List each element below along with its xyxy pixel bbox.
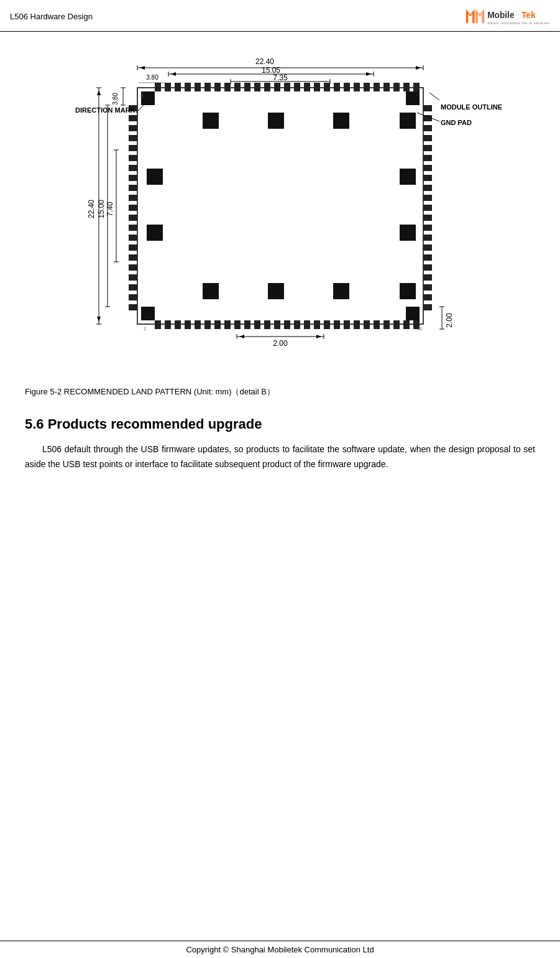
bottom-pads <box>155 320 420 329</box>
svg-rect-56 <box>383 320 390 329</box>
svg-text:22.40: 22.40 <box>255 57 273 66</box>
logo-area: Mobile Tek smart solutions for a smarter… <box>463 5 550 27</box>
svg-text:MODULE OUTLINE: MODULE OUTLINE <box>441 103 502 111</box>
svg-rect-104 <box>141 307 155 320</box>
svg-rect-108 <box>333 113 349 129</box>
svg-rect-72 <box>129 225 137 231</box>
svg-marker-144 <box>97 90 101 95</box>
svg-rect-61 <box>129 115 137 121</box>
svg-rect-70 <box>129 205 137 211</box>
svg-rect-32 <box>413 83 420 91</box>
svg-rect-87 <box>423 165 432 171</box>
svg-marker-145 <box>97 317 101 322</box>
svg-rect-65 <box>129 155 137 161</box>
svg-text:22.40: 22.40 <box>87 200 96 218</box>
land-pattern-diagram: DIRECTION MARK MODULE OUTLINE GND PAD 22… <box>44 50 516 374</box>
svg-rect-35 <box>175 320 181 329</box>
section-heading: 5.6 Products recommended upgrade <box>25 416 535 432</box>
svg-rect-18 <box>274 83 280 91</box>
svg-rect-97 <box>423 264 432 271</box>
svg-rect-27 <box>364 83 370 91</box>
svg-rect-28 <box>374 83 380 91</box>
figure-caption: Figure 5-2 RECOMMENDED LAND PATTERN (Uni… <box>25 386 535 398</box>
svg-marker-1 <box>475 9 484 23</box>
svg-rect-93 <box>423 225 432 231</box>
svg-text:2.00: 2.00 <box>445 313 454 328</box>
svg-rect-43 <box>254 320 260 329</box>
svg-rect-88 <box>423 175 432 181</box>
svg-rect-41 <box>234 320 241 329</box>
svg-rect-74 <box>129 244 137 251</box>
svg-rect-114 <box>203 283 219 299</box>
svg-text:1: 1 <box>144 327 146 331</box>
svg-rect-16 <box>254 83 260 91</box>
document-title: L506 Hardware Design <box>10 12 93 21</box>
svg-text:15.00: 15.00 <box>97 200 106 218</box>
svg-rect-68 <box>129 185 137 191</box>
top-pads <box>155 83 420 91</box>
svg-rect-85 <box>423 145 432 151</box>
page-header: L506 Hardware Design Mobile Tek smart so… <box>0 0 560 32</box>
svg-rect-86 <box>423 155 432 161</box>
svg-rect-10 <box>195 83 201 91</box>
svg-text:Tek: Tek <box>521 11 536 20</box>
svg-rect-73 <box>129 235 137 241</box>
svg-rect-64 <box>129 145 137 151</box>
svg-rect-57 <box>393 320 400 329</box>
svg-text:3.80: 3.80 <box>112 93 119 105</box>
svg-text:40: 40 <box>417 327 422 331</box>
svg-marker-134 <box>171 72 176 76</box>
svg-text:2.00: 2.00 <box>273 339 288 348</box>
svg-rect-67 <box>129 175 137 181</box>
svg-rect-50 <box>324 320 330 329</box>
left-pads <box>129 105 137 310</box>
svg-rect-12 <box>214 83 221 91</box>
svg-rect-11 <box>204 83 211 91</box>
svg-rect-95 <box>423 244 432 251</box>
svg-text:3.80: 3.80 <box>146 74 158 81</box>
copyright-text: Copyright © Shanghai Mobiletek Communica… <box>186 945 374 954</box>
svg-marker-129 <box>416 66 421 70</box>
svg-rect-105 <box>406 307 420 320</box>
svg-marker-164 <box>239 335 244 338</box>
svg-rect-99 <box>423 284 432 291</box>
svg-rect-80 <box>129 304 137 310</box>
svg-text:7.35: 7.35 <box>273 73 288 82</box>
svg-rect-106 <box>203 113 219 129</box>
svg-rect-116 <box>333 283 349 299</box>
svg-rect-94 <box>423 235 432 241</box>
svg-rect-101 <box>423 304 432 310</box>
svg-rect-75 <box>129 254 137 261</box>
svg-rect-13 <box>224 83 231 91</box>
svg-rect-47 <box>294 320 300 329</box>
svg-rect-20 <box>294 83 300 91</box>
svg-rect-76 <box>129 264 137 271</box>
svg-rect-14 <box>234 83 241 91</box>
svg-rect-33 <box>155 320 161 329</box>
svg-rect-115 <box>268 283 284 299</box>
diagram-container: DIRECTION MARK MODULE OUTLINE GND PAD 22… <box>25 50 535 374</box>
svg-rect-39 <box>214 320 221 329</box>
svg-rect-90 <box>423 195 432 201</box>
svg-rect-53 <box>354 320 360 329</box>
svg-marker-135 <box>366 72 371 76</box>
svg-rect-29 <box>383 83 390 91</box>
svg-rect-34 <box>165 320 171 329</box>
svg-rect-79 <box>129 294 137 300</box>
svg-text:smart solutions for a smarter : smart solutions for a smarter world <box>487 21 550 25</box>
svg-rect-62 <box>129 125 137 131</box>
svg-rect-89 <box>423 185 432 191</box>
svg-rect-103 <box>406 91 420 105</box>
svg-rect-55 <box>374 320 380 329</box>
svg-rect-17 <box>264 83 270 91</box>
svg-rect-69 <box>129 195 137 201</box>
svg-rect-15 <box>244 83 250 91</box>
svg-rect-52 <box>344 320 350 329</box>
svg-text:DIRECTION MARK: DIRECTION MARK <box>75 106 135 114</box>
svg-rect-23 <box>324 83 330 91</box>
svg-rect-6 <box>155 83 161 91</box>
svg-rect-44 <box>264 320 270 329</box>
svg-rect-111 <box>400 169 416 185</box>
svg-text:7.40: 7.40 <box>106 202 114 216</box>
svg-rect-112 <box>147 225 163 241</box>
